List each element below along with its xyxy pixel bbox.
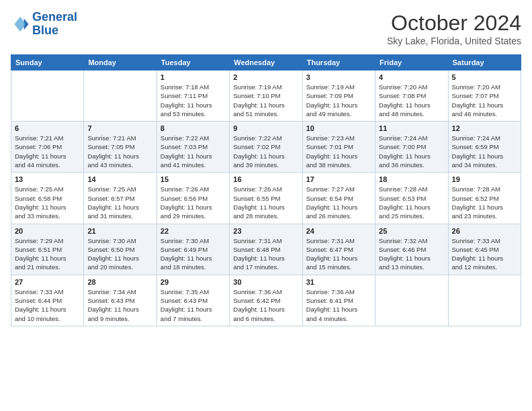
week-row-3: 20Sunrise: 7:29 AM Sunset: 6:51 PM Dayli… bbox=[11, 224, 521, 275]
day-cell: 2Sunrise: 7:19 AM Sunset: 7:10 PM Daylig… bbox=[230, 71, 302, 122]
day-cell: 31Sunrise: 7:36 AM Sunset: 6:41 PM Dayli… bbox=[302, 275, 375, 326]
day-number: 24 bbox=[306, 227, 371, 235]
day-info: Sunrise: 7:35 AM Sunset: 6:43 PM Dayligh… bbox=[161, 287, 226, 323]
day-cell: 26Sunrise: 7:33 AM Sunset: 6:45 PM Dayli… bbox=[448, 224, 521, 275]
day-number: 16 bbox=[233, 175, 298, 183]
page: General Blue October 2024 Sky Lake, Flor… bbox=[0, 0, 532, 411]
day-info: Sunrise: 7:33 AM Sunset: 6:44 PM Dayligh… bbox=[15, 287, 80, 323]
day-cell bbox=[375, 275, 448, 326]
day-number: 28 bbox=[87, 278, 152, 286]
weekday-header-monday: Monday bbox=[84, 55, 157, 71]
day-info: Sunrise: 7:21 AM Sunset: 7:05 PM Dayligh… bbox=[87, 134, 152, 169]
day-info: Sunrise: 7:21 AM Sunset: 7:06 PM Dayligh… bbox=[15, 134, 80, 169]
day-number: 10 bbox=[306, 124, 371, 132]
day-cell: 21Sunrise: 7:30 AM Sunset: 6:50 PM Dayli… bbox=[84, 224, 157, 275]
day-cell: 30Sunrise: 7:36 AM Sunset: 6:42 PM Dayli… bbox=[230, 275, 302, 326]
day-info: Sunrise: 7:24 AM Sunset: 6:59 PM Dayligh… bbox=[452, 134, 517, 169]
day-number: 17 bbox=[306, 175, 371, 183]
day-cell: 23Sunrise: 7:31 AM Sunset: 6:48 PM Dayli… bbox=[230, 224, 302, 275]
day-number: 26 bbox=[452, 227, 517, 235]
location: Sky Lake, Florida, United States bbox=[387, 36, 521, 46]
day-info: Sunrise: 7:28 AM Sunset: 6:52 PM Dayligh… bbox=[452, 185, 517, 220]
calendar: SundayMondayTuesdayWednesdayThursdayFrid… bbox=[11, 54, 521, 326]
day-number: 25 bbox=[379, 227, 444, 235]
weekday-header-thursday: Thursday bbox=[302, 55, 375, 71]
day-number: 11 bbox=[379, 124, 444, 132]
day-cell: 29Sunrise: 7:35 AM Sunset: 6:43 PM Dayli… bbox=[157, 275, 229, 326]
day-number: 7 bbox=[87, 124, 152, 132]
day-cell: 20Sunrise: 7:29 AM Sunset: 6:51 PM Dayli… bbox=[11, 224, 84, 275]
day-info: Sunrise: 7:34 AM Sunset: 6:43 PM Dayligh… bbox=[87, 287, 152, 323]
day-number: 14 bbox=[87, 175, 152, 183]
logo-text: General Blue bbox=[32, 11, 77, 38]
logo-icon bbox=[11, 15, 30, 34]
day-info: Sunrise: 7:19 AM Sunset: 7:09 PM Dayligh… bbox=[306, 83, 371, 118]
day-number: 20 bbox=[15, 227, 80, 235]
day-number: 23 bbox=[233, 227, 298, 235]
day-info: Sunrise: 7:31 AM Sunset: 6:47 PM Dayligh… bbox=[306, 236, 371, 272]
day-info: Sunrise: 7:32 AM Sunset: 6:46 PM Dayligh… bbox=[379, 236, 444, 272]
weekday-header-friday: Friday bbox=[375, 55, 448, 71]
day-cell: 7Sunrise: 7:21 AM Sunset: 7:05 PM Daylig… bbox=[84, 122, 157, 173]
day-number: 29 bbox=[161, 278, 226, 286]
week-row-2: 13Sunrise: 7:25 AM Sunset: 6:58 PM Dayli… bbox=[11, 173, 521, 224]
day-cell bbox=[84, 71, 157, 122]
day-cell: 1Sunrise: 7:18 AM Sunset: 7:11 PM Daylig… bbox=[157, 71, 229, 122]
day-cell bbox=[11, 71, 84, 122]
day-number: 18 bbox=[379, 175, 444, 183]
weekday-header-sunday: Sunday bbox=[11, 55, 84, 71]
weekday-header-tuesday: Tuesday bbox=[157, 55, 229, 71]
day-info: Sunrise: 7:26 AM Sunset: 6:56 PM Dayligh… bbox=[161, 185, 226, 220]
day-cell: 27Sunrise: 7:33 AM Sunset: 6:44 PM Dayli… bbox=[11, 275, 84, 326]
day-info: Sunrise: 7:33 AM Sunset: 6:45 PM Dayligh… bbox=[452, 236, 517, 272]
day-cell: 10Sunrise: 7:23 AM Sunset: 7:01 PM Dayli… bbox=[302, 122, 375, 173]
week-row-0: 1Sunrise: 7:18 AM Sunset: 7:11 PM Daylig… bbox=[11, 71, 521, 122]
day-number: 3 bbox=[306, 73, 371, 81]
day-info: Sunrise: 7:25 AM Sunset: 6:57 PM Dayligh… bbox=[87, 185, 152, 220]
day-number: 13 bbox=[15, 175, 80, 183]
day-info: Sunrise: 7:18 AM Sunset: 7:11 PM Dayligh… bbox=[161, 83, 226, 118]
day-info: Sunrise: 7:25 AM Sunset: 6:58 PM Dayligh… bbox=[15, 185, 80, 220]
day-info: Sunrise: 7:22 AM Sunset: 7:03 PM Dayligh… bbox=[161, 134, 226, 169]
day-cell: 9Sunrise: 7:22 AM Sunset: 7:02 PM Daylig… bbox=[230, 122, 302, 173]
day-cell: 13Sunrise: 7:25 AM Sunset: 6:58 PM Dayli… bbox=[11, 173, 84, 224]
title-block: October 2024 Sky Lake, Florida, United S… bbox=[387, 11, 521, 46]
day-info: Sunrise: 7:26 AM Sunset: 6:55 PM Dayligh… bbox=[233, 185, 298, 220]
weekday-header-row: SundayMondayTuesdayWednesdayThursdayFrid… bbox=[11, 55, 521, 71]
day-info: Sunrise: 7:27 AM Sunset: 6:54 PM Dayligh… bbox=[306, 185, 371, 220]
weekday-header-saturday: Saturday bbox=[448, 55, 521, 71]
day-info: Sunrise: 7:22 AM Sunset: 7:02 PM Dayligh… bbox=[233, 134, 298, 169]
day-number: 27 bbox=[15, 278, 80, 286]
day-cell: 3Sunrise: 7:19 AM Sunset: 7:09 PM Daylig… bbox=[302, 71, 375, 122]
week-row-1: 6Sunrise: 7:21 AM Sunset: 7:06 PM Daylig… bbox=[11, 122, 521, 173]
day-cell: 25Sunrise: 7:32 AM Sunset: 6:46 PM Dayli… bbox=[375, 224, 448, 275]
day-cell: 6Sunrise: 7:21 AM Sunset: 7:06 PM Daylig… bbox=[11, 122, 84, 173]
day-cell: 17Sunrise: 7:27 AM Sunset: 6:54 PM Dayli… bbox=[302, 173, 375, 224]
day-info: Sunrise: 7:23 AM Sunset: 7:01 PM Dayligh… bbox=[306, 134, 371, 169]
day-info: Sunrise: 7:19 AM Sunset: 7:10 PM Dayligh… bbox=[233, 83, 298, 118]
day-number: 15 bbox=[161, 175, 226, 183]
header: General Blue October 2024 Sky Lake, Flor… bbox=[11, 11, 521, 46]
week-row-4: 27Sunrise: 7:33 AM Sunset: 6:44 PM Dayli… bbox=[11, 275, 521, 326]
day-number: 5 bbox=[452, 73, 517, 81]
day-cell: 14Sunrise: 7:25 AM Sunset: 6:57 PM Dayli… bbox=[84, 173, 157, 224]
day-cell: 19Sunrise: 7:28 AM Sunset: 6:52 PM Dayli… bbox=[448, 173, 521, 224]
day-info: Sunrise: 7:36 AM Sunset: 6:41 PM Dayligh… bbox=[306, 287, 371, 323]
day-cell bbox=[448, 275, 521, 326]
day-info: Sunrise: 7:20 AM Sunset: 7:08 PM Dayligh… bbox=[379, 83, 444, 118]
day-number: 2 bbox=[233, 73, 298, 81]
day-number: 21 bbox=[87, 227, 152, 235]
day-cell: 12Sunrise: 7:24 AM Sunset: 6:59 PM Dayli… bbox=[448, 122, 521, 173]
day-cell: 16Sunrise: 7:26 AM Sunset: 6:55 PM Dayli… bbox=[230, 173, 302, 224]
day-number: 12 bbox=[452, 124, 517, 132]
day-number: 22 bbox=[161, 227, 226, 235]
day-info: Sunrise: 7:36 AM Sunset: 6:42 PM Dayligh… bbox=[233, 287, 298, 323]
day-info: Sunrise: 7:20 AM Sunset: 7:07 PM Dayligh… bbox=[452, 83, 517, 118]
day-info: Sunrise: 7:31 AM Sunset: 6:48 PM Dayligh… bbox=[233, 236, 298, 272]
weekday-header-wednesday: Wednesday bbox=[230, 55, 302, 71]
day-number: 9 bbox=[233, 124, 298, 132]
day-number: 30 bbox=[233, 278, 298, 286]
day-number: 19 bbox=[452, 175, 517, 183]
day-cell: 22Sunrise: 7:30 AM Sunset: 6:49 PM Dayli… bbox=[157, 224, 229, 275]
day-info: Sunrise: 7:24 AM Sunset: 7:00 PM Dayligh… bbox=[379, 134, 444, 169]
